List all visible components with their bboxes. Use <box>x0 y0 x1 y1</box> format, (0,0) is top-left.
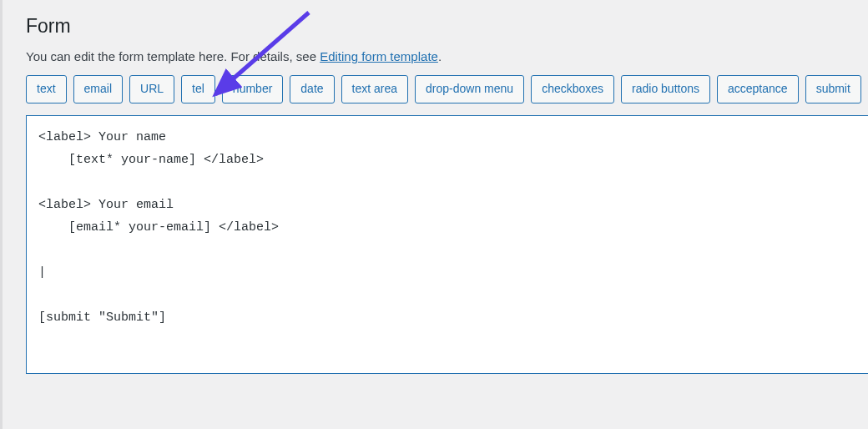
description-suffix: . <box>438 49 442 63</box>
editing-template-link[interactable]: Editing form template <box>320 49 438 63</box>
tag-radio-button[interactable]: radio buttons <box>621 75 710 103</box>
tag-date-button[interactable]: date <box>290 75 334 103</box>
tag-textarea-button[interactable]: text area <box>341 75 408 103</box>
tag-generator-buttons: text email URL tel number date text area… <box>26 75 868 103</box>
tag-number-button[interactable]: number <box>222 75 283 103</box>
tag-email-button[interactable]: email <box>73 75 123 103</box>
form-template-editor[interactable] <box>26 115 868 374</box>
tag-dropdown-button[interactable]: drop-down menu <box>415 75 524 103</box>
tag-text-button[interactable]: text <box>26 75 67 103</box>
form-description: You can edit the form template here. For… <box>26 49 868 63</box>
tag-submit-button[interactable]: submit <box>805 75 861 103</box>
tag-url-button[interactable]: URL <box>129 75 174 103</box>
tag-tel-button[interactable]: tel <box>181 75 215 103</box>
description-prefix: You can edit the form template here. For… <box>26 49 320 63</box>
tag-checkboxes-button[interactable]: checkboxes <box>531 75 614 103</box>
form-heading: Form <box>26 15 868 38</box>
tag-acceptance-button[interactable]: acceptance <box>717 75 799 103</box>
